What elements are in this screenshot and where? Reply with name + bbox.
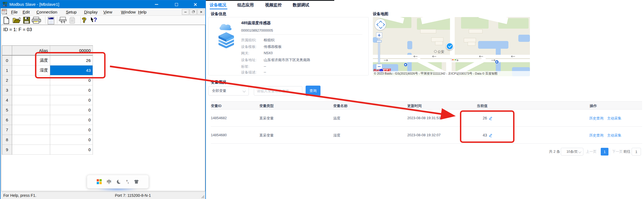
value-cell[interactable]: 0	[50, 145, 93, 155]
value-cell[interactable]: 0	[50, 75, 93, 85]
ime-punctuation-button[interactable]: °,	[126, 179, 129, 184]
save-button[interactable]	[23, 17, 30, 24]
active-collect-link[interactable]: 主动采集	[607, 133, 621, 138]
menu-connection[interactable]: Connection	[36, 9, 57, 15]
menu-window[interactable]: Window	[121, 9, 136, 15]
screen: Modbus Slave - [Mbslave1] DOC1 File Edit…	[0, 0, 644, 199]
alias-cell[interactable]: 温度	[12, 56, 50, 66]
device-id: 0000108927000005	[241, 28, 273, 32]
alias-cell[interactable]	[12, 85, 50, 95]
history-query-link[interactable]: 历史查询	[589, 133, 603, 138]
help-button[interactable]: ?	[82, 16, 86, 24]
windows-logo-icon[interactable]	[97, 179, 102, 184]
ime-language-mode-button[interactable]: 中	[107, 179, 112, 185]
tab-device-overview[interactable]: 设备概况	[210, 2, 226, 8]
print-icon	[31, 17, 41, 24]
edit-icon[interactable]	[489, 116, 493, 120]
value-cell[interactable]: 0	[50, 135, 93, 145]
table-row: 14854680 直采变量 湿度 2023-08-08 19:32:07 43 …	[211, 127, 642, 144]
col-variable-type: 变量类型	[259, 103, 274, 108]
tab-video-monitor[interactable]: 视频监控	[265, 2, 282, 8]
field-value: --	[264, 70, 266, 74]
title-bar[interactable]: Modbus Slave - [Mbslave1]	[1, 1, 205, 8]
active-collect-link[interactable]: 主动采集	[607, 116, 621, 121]
alias-cell[interactable]	[12, 135, 50, 145]
table-row: 4 0	[2, 95, 93, 105]
close-button[interactable]	[189, 1, 201, 8]
alias-cell[interactable]	[12, 145, 50, 155]
next-page-button[interactable]: 下一页	[612, 148, 623, 156]
tab-configuration-app[interactable]: 组态应用	[237, 2, 254, 8]
mdi-restore-button[interactable]	[190, 9, 197, 15]
help-icon: ?	[82, 16, 86, 24]
value-cell-selected[interactable]: 43	[50, 66, 93, 75]
value-cell[interactable]: 0	[50, 85, 93, 95]
edit-icon[interactable]	[489, 133, 493, 137]
table-row: 0 温度 26	[2, 56, 93, 66]
alias-cell[interactable]	[12, 125, 50, 135]
value-cell[interactable]: 0	[50, 105, 93, 115]
variables-table-header: 变量ID 变量类型 变量名称 更新时间 当前值 操作	[211, 101, 642, 110]
print-button[interactable]	[31, 17, 41, 24]
map-attribution: © 2023 Baidu - GS(2021)6026号 - 甲测资字11111…	[373, 71, 530, 76]
app-icon	[2, 2, 7, 7]
value-cell[interactable]: 0	[50, 95, 93, 105]
pan-right-icon[interactable]	[381, 23, 385, 26]
value-cell[interactable]: 0	[50, 115, 93, 125]
variable-name: 湿度	[333, 133, 340, 138]
value-cell[interactable]: 26	[50, 56, 93, 66]
ime-moon-icon[interactable]	[117, 180, 121, 184]
card-divider	[241, 34, 362, 35]
minimize-button[interactable]	[150, 1, 163, 8]
map-pan-control[interactable]	[374, 19, 386, 30]
poll-definition-button[interactable]	[59, 17, 67, 24]
history-query-link[interactable]: 历史查询	[589, 116, 603, 121]
pan-left-icon[interactable]	[376, 23, 380, 26]
device-location-marker[interactable]	[446, 43, 453, 50]
open-file-button[interactable]	[13, 17, 21, 23]
mdi-minimize-button[interactable]	[182, 9, 189, 15]
toolbar: ? ?	[1, 16, 205, 25]
row-number: 0	[2, 56, 12, 66]
menu-display[interactable]: Display	[84, 9, 98, 15]
alias-cell[interactable]	[12, 115, 50, 125]
traffic-light-yellow	[453, 59, 454, 60]
field-label: 设备模板:	[241, 44, 257, 49]
alias-cell[interactable]	[12, 105, 50, 115]
menu-view[interactable]: View	[103, 9, 112, 15]
page-number-button[interactable]: 1	[601, 148, 608, 156]
modbus-slave-window: Modbus Slave - [Mbslave1] DOC1 File Edit…	[0, 0, 206, 199]
display-setup-button[interactable]	[48, 17, 54, 24]
mdi-close-button[interactable]	[197, 9, 204, 15]
baidu-map[interactable]: 公安 Bai地图 © 2023 Baidu - GS(2021)6026号 - …	[373, 17, 530, 76]
pan-down-icon[interactable]	[379, 25, 382, 29]
mdi-minimize-icon	[184, 12, 187, 12]
ime-skin-icon[interactable]	[134, 179, 139, 184]
tab-data-debug[interactable]: 数据调试	[293, 2, 309, 8]
new-file-button[interactable]	[3, 17, 9, 24]
current-value: 26	[483, 116, 487, 120]
menu-setup[interactable]: Setup	[66, 9, 77, 15]
resize-grip[interactable]	[201, 195, 204, 198]
zoom-in-button[interactable]	[376, 32, 382, 38]
alias-cell[interactable]: 湿度	[12, 66, 50, 75]
zoom-slider-handle[interactable]	[376, 40, 382, 42]
communication-traffic-button[interactable]	[68, 17, 76, 24]
context-help-button[interactable]: ?	[90, 16, 97, 23]
query-button[interactable]: 查询	[306, 86, 320, 96]
row-number: 6	[2, 115, 12, 125]
variable-search-input[interactable]	[254, 86, 302, 96]
maximize-button[interactable]	[170, 1, 183, 8]
variable-type-select[interactable]: 全部变量	[208, 86, 249, 96]
menu-file[interactable]: File	[11, 9, 18, 15]
open-file-icon	[13, 17, 21, 23]
page-size-select[interactable]: 10条/页	[561, 148, 583, 156]
alias-cell[interactable]	[12, 95, 50, 105]
value-cell[interactable]: 0	[50, 125, 93, 135]
status-port-text: Port 7: 115200-8-N-1	[115, 193, 151, 198]
prev-page-button[interactable]: 上一页	[586, 148, 597, 156]
goto-page-input[interactable]	[632, 148, 641, 156]
alias-cell[interactable]	[12, 75, 50, 85]
menu-edit[interactable]: Edit	[23, 9, 30, 15]
menu-help[interactable]: Help	[138, 9, 147, 15]
